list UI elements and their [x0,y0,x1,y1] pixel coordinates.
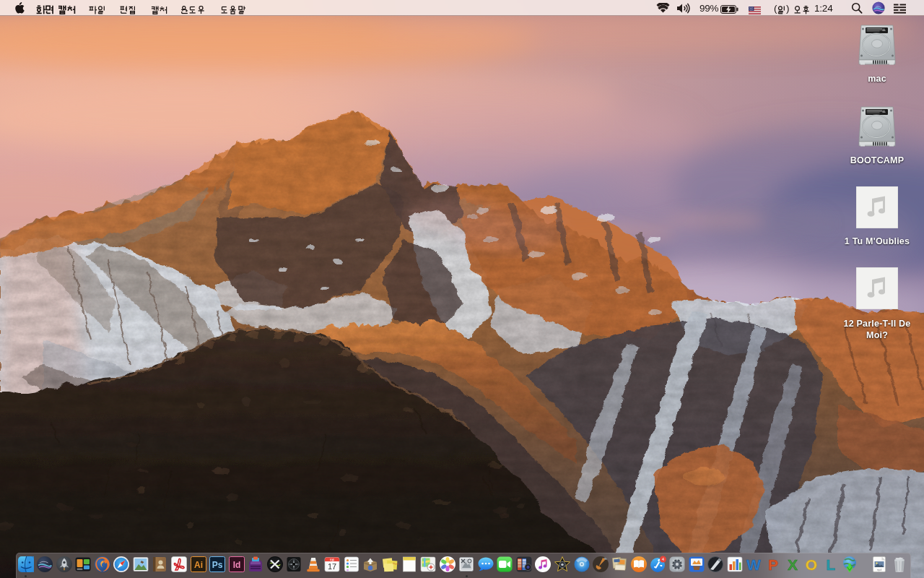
svg-text:Plans: Plans [393,562,398,566]
svg-text:mp4: mp4 [877,569,882,571]
svg-text:17: 17 [328,562,336,571]
svg-text:X: X [787,556,797,573]
svg-text:O: O [806,556,817,573]
svg-text:Id: Id [232,560,240,570]
svg-text:L: L [826,556,835,573]
svg-text:Ai: Ai [194,560,203,570]
svg-text:Ps: Ps [212,560,223,570]
svg-text:6월: 6월 [330,558,334,561]
svg-text:W: W [746,556,761,573]
svg-text:P: P [768,556,778,573]
